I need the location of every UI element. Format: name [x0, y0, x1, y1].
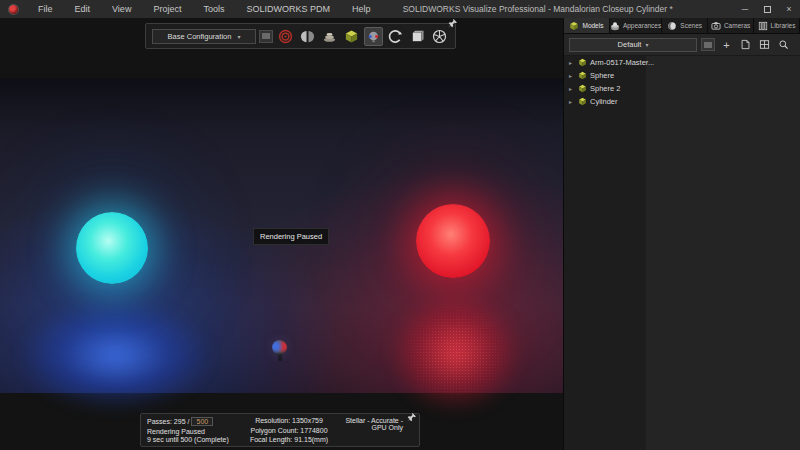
search-icon[interactable]	[776, 37, 791, 52]
menu-help[interactable]: Help	[341, 4, 382, 14]
window-controls: ─ ×	[734, 0, 800, 18]
render-noise	[398, 300, 513, 406]
menu-file[interactable]: File	[27, 4, 64, 14]
status-info-column: Resolution: 1350x759 Polygon Count: 1774…	[243, 417, 335, 443]
expand-arrow-icon[interactable]: ▸	[569, 98, 575, 105]
palette-panel: Models Appearances Scenes Cameras Librar…	[563, 18, 800, 450]
rendering-paused-badge: Rendering Paused	[253, 228, 329, 245]
compare-split-icon[interactable]	[298, 27, 317, 46]
configuration-dropdown-value: Base Configuration	[168, 32, 232, 41]
resolution-label: Resolution: 1350x759	[243, 417, 335, 424]
render-mode-label: Stellar - Accurate - GPU Only	[335, 417, 413, 443]
tab-appearances[interactable]: Appearances	[610, 18, 662, 33]
red-sphere-model	[416, 204, 490, 278]
expand-arrow-icon[interactable]: ▸	[569, 72, 575, 79]
blue-floor-glow	[18, 300, 213, 412]
part-cube-icon	[578, 58, 587, 67]
preset-dropdown-value: Default	[618, 40, 642, 49]
duplicate-icon[interactable]	[738, 37, 753, 52]
app-logo-icon	[8, 4, 19, 15]
camera-effects-icon[interactable]	[430, 27, 449, 46]
menu-bar: File Edit View Project Tools SOLIDWORKS …	[27, 4, 381, 14]
tab-scenes[interactable]: Scenes	[662, 18, 708, 33]
snapshot-icon[interactable]	[408, 27, 427, 46]
polygon-count-label: Polygon Count: 1774800	[243, 427, 335, 434]
preset-dropdown[interactable]: Default ▾	[569, 38, 697, 52]
palette-tabbar: Models Appearances Scenes Cameras Librar…	[564, 18, 800, 34]
models-toolbar: Default ▾ +	[564, 34, 800, 56]
denoiser-icon[interactable]	[364, 27, 383, 46]
configuration-dropdown[interactable]: Base Configuration ▾	[152, 29, 256, 44]
mandalorian-figure-model	[272, 340, 287, 355]
close-icon[interactable]: ×	[778, 0, 800, 18]
restore-icon[interactable]	[756, 0, 778, 18]
render-status-panel: Passes: 295 / 500 Rendering Paused 9 sec…	[140, 413, 420, 447]
render-toolbar: Base Configuration ▾	[145, 23, 456, 49]
menu-tools[interactable]: Tools	[192, 4, 235, 14]
render-eta-label: 9 sec until 500 (Complete)	[147, 436, 243, 443]
app-window: File Edit View Project Tools SOLIDWORKS …	[0, 0, 800, 450]
status-passes-column: Passes: 295 / 500 Rendering Paused 9 sec…	[147, 417, 243, 443]
scenes-icon	[667, 21, 677, 31]
menu-view[interactable]: View	[101, 4, 142, 14]
titlebar: File Edit View Project Tools SOLIDWORKS …	[0, 0, 800, 18]
turntable-icon[interactable]	[386, 27, 405, 46]
configuration-preview-button[interactable]	[259, 30, 273, 43]
tree-item-sphere[interactable]: ▸ Sphere	[564, 69, 800, 82]
libraries-icon	[758, 21, 768, 31]
appearances-icon	[610, 21, 620, 31]
passes-label: Passes: 295 /	[147, 418, 189, 425]
grid-view-icon[interactable]	[757, 37, 772, 52]
focal-length-label: Focal Length: 91.15(mm)	[243, 436, 335, 443]
expand-arrow-icon[interactable]: ▸	[569, 59, 575, 66]
menu-edit[interactable]: Edit	[64, 4, 102, 14]
tab-libraries[interactable]: Libraries	[754, 18, 800, 33]
models-cube-icon	[569, 21, 579, 31]
render-icon[interactable]	[276, 27, 295, 46]
menu-solidworks-pdm[interactable]: SOLIDWORKS PDM	[235, 4, 341, 14]
pin-icon[interactable]	[406, 412, 417, 423]
render-queue-icon[interactable]	[320, 27, 339, 46]
preset-preview-button[interactable]	[701, 38, 715, 51]
chevron-down-icon: ▾	[645, 41, 648, 48]
tree-item-cylinder[interactable]: ▸ Cylinder	[564, 95, 800, 108]
viewport-3d[interactable]: Rendering Paused Base Configuration ▾	[0, 18, 563, 450]
model-set-icon[interactable]	[342, 27, 361, 46]
expand-arrow-icon[interactable]: ▸	[569, 85, 575, 92]
pin-icon[interactable]	[447, 18, 458, 29]
cyan-sphere-model	[76, 212, 148, 284]
figure-base	[278, 354, 282, 361]
tab-models[interactable]: Models	[564, 18, 610, 33]
render-state-label: Rendering Paused	[147, 428, 243, 435]
part-cube-icon	[578, 84, 587, 93]
add-model-button[interactable]: +	[719, 37, 734, 52]
tree-item-arm-0517-master[interactable]: ▸ Arm-0517-Master...	[564, 56, 800, 69]
chevron-down-icon: ▾	[237, 33, 240, 40]
window-title: SOLIDWORKS Visualize Professional - Mand…	[381, 4, 734, 14]
model-tree: ▸ Arm-0517-Master... ▸ Sphere ▸ Sphere 2…	[564, 56, 800, 450]
tree-item-sphere-2[interactable]: ▸ Sphere 2	[564, 82, 800, 95]
tab-cameras[interactable]: Cameras	[708, 18, 754, 33]
part-cube-icon	[578, 97, 587, 106]
cameras-icon	[711, 21, 721, 31]
part-cube-icon	[578, 71, 587, 80]
menu-project[interactable]: Project	[142, 4, 192, 14]
minimize-icon[interactable]: ─	[734, 0, 756, 18]
passes-limit-input[interactable]: 500	[191, 417, 213, 426]
